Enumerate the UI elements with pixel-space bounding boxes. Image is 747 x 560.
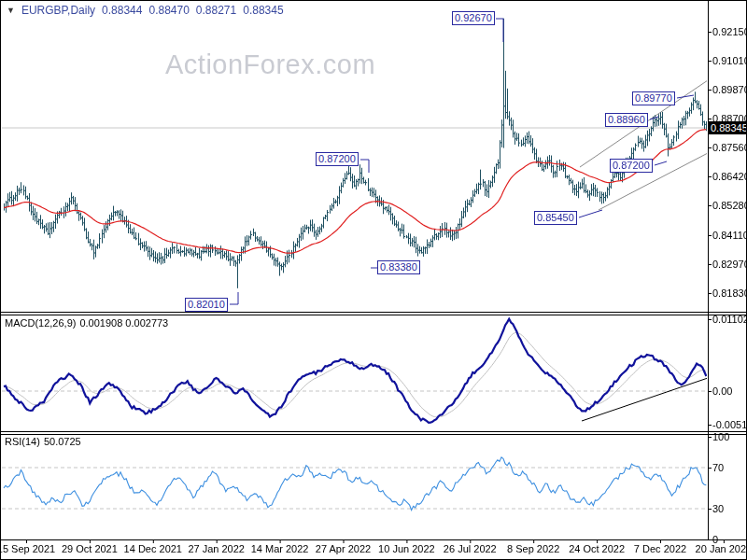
price-tick-label: 0.85280: [712, 200, 747, 211]
title-bar: ▼ EURGBP,Daily 0.88344 0.88470 0.88271 0…: [7, 4, 284, 17]
price-annotation: 0.87200: [316, 152, 359, 166]
price-annotation: 0.85450: [534, 211, 577, 225]
price-tick-label: 0.86420: [712, 171, 747, 182]
macd-tick-label: -0.005182: [712, 419, 747, 430]
price-tick-label: 0.87560: [712, 142, 747, 153]
date-label: 10 Jun 2022: [378, 543, 435, 554]
current-price-tag: 0.88345: [709, 121, 747, 134]
date-label: 15 Sep 2021: [0, 543, 55, 554]
macd-indicator-label: MACD(12,26,9)0.001908 0.002773: [5, 317, 172, 329]
price-annotation: 0.89770: [632, 91, 675, 105]
macd-name: MACD(12,26,9): [5, 317, 76, 329]
macd-tick-label: 0.011023: [712, 314, 747, 325]
rsi-tick-label: 100: [712, 431, 729, 442]
date-label: 20 Jan 2023: [696, 543, 747, 554]
quote-low: 0.88271: [196, 4, 236, 17]
price-tick-label: 0.92150: [712, 26, 747, 37]
price-tick-label: 0.81830: [712, 287, 747, 299]
macd-values: 0.001908 0.002773: [79, 317, 168, 329]
macd-tick-label: 0.00: [712, 385, 732, 397]
price-annotation: 0.83380: [377, 260, 420, 274]
price-annotation: 0.88960: [605, 113, 648, 127]
quote-close: 0.88345: [243, 4, 283, 17]
date-label: 14 Mar 2022: [251, 543, 309, 554]
date-label: 29 Oct 2021: [62, 543, 118, 554]
actionforex-watermark: ActionForex.com: [165, 49, 375, 80]
rsi-indicator-label: RSI(14)50.0725: [5, 436, 85, 447]
rsi-tick-label: 70: [712, 462, 724, 473]
rsi-name: RSI(14): [5, 436, 40, 447]
price-annotation: 0.82010: [185, 298, 228, 312]
date-label: 26 Jul 2022: [444, 543, 497, 554]
quote-open: 0.88344: [102, 4, 142, 17]
price-tick-label: 0.91010: [712, 55, 747, 66]
date-label: 14 Dec 2021: [124, 543, 182, 554]
chart-window: ▼ EURGBP,Daily 0.88344 0.88470 0.88271 0…: [0, 0, 747, 560]
price-chart-canvas[interactable]: [1, 1, 747, 560]
date-label: 27 Jan 2022: [188, 543, 245, 554]
date-label: 8 Sep 2022: [507, 543, 559, 554]
date-label: 7 Dec 2022: [634, 543, 686, 554]
price-annotation: 0.92670: [452, 11, 495, 25]
price-tick-label: 0.82970: [712, 259, 747, 270]
quote-high: 0.88470: [148, 4, 189, 17]
date-label: 27 Apr 2022: [316, 543, 371, 554]
date-label: 24 Oct 2022: [569, 543, 625, 554]
price-annotation: 0.87200: [610, 159, 653, 173]
rsi-value: 50.0725: [44, 436, 81, 447]
rsi-tick-label: 30: [712, 503, 724, 514]
price-tick-label: 0.89870: [712, 84, 747, 95]
symbol-timeframe-label: EURGBP,Daily: [21, 4, 95, 17]
price-tick-label: 0.84110: [712, 230, 747, 241]
collapse-chart-icon[interactable]: ▼: [7, 6, 15, 15]
